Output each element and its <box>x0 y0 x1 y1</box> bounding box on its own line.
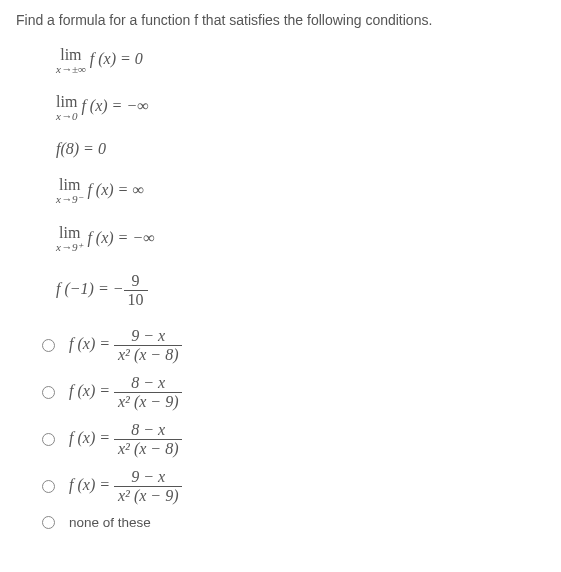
condition-5: lim x→9⁺ f (x) = −∞ <box>56 224 545 254</box>
radio-icon[interactable] <box>42 433 55 446</box>
question-text: Find a formula for a function f that sat… <box>16 12 545 28</box>
radio-icon[interactable] <box>42 480 55 493</box>
frac-num: 8 − x <box>114 421 182 440</box>
lim-under: x→0 <box>56 110 77 122</box>
radio-icon[interactable] <box>42 386 55 399</box>
frac-den: x² (x − 8) <box>114 346 182 364</box>
frac-num: 9 − x <box>114 468 182 487</box>
lim-label: lim <box>56 176 83 194</box>
option-2[interactable]: f (x) = 8 − x x² (x − 9) <box>42 374 545 411</box>
conditions-block: lim x→±∞ f (x) = 0 lim x→0 f (x) = −∞ f(… <box>56 46 545 309</box>
option-5[interactable]: none of these <box>42 515 545 530</box>
radio-icon[interactable] <box>42 339 55 352</box>
lim-under: x→9⁺ <box>56 241 83 254</box>
option-left: f (x) = <box>69 429 114 446</box>
condition-4: lim x→9⁻ f (x) = ∞ <box>56 176 545 206</box>
lim-body: f (x) = 0 <box>90 50 143 67</box>
lim-label: lim <box>56 93 77 111</box>
option-left: f (x) = <box>69 335 114 352</box>
condition-1: lim x→±∞ f (x) = 0 <box>56 46 545 75</box>
option-left: f (x) = <box>69 382 114 399</box>
frac-den: x² (x − 9) <box>114 393 182 411</box>
frac-den: 10 <box>124 291 148 309</box>
condition-6: f (−1) = − 9 10 <box>56 272 545 309</box>
radio-icon[interactable] <box>42 516 55 529</box>
lim-under: x→9⁻ <box>56 193 83 206</box>
option-text: none of these <box>69 515 151 530</box>
lim-label: lim <box>56 224 83 242</box>
option-1[interactable]: f (x) = 9 − x x² (x − 8) <box>42 327 545 364</box>
condition-2: lim x→0 f (x) = −∞ <box>56 93 545 122</box>
lim-label: lim <box>56 46 86 64</box>
f-neg1-left: f (−1) = − <box>56 280 124 297</box>
option-3[interactable]: f (x) = 8 − x x² (x − 8) <box>42 421 545 458</box>
frac-den: x² (x − 8) <box>114 440 182 458</box>
lim-body: f (x) = ∞ <box>87 181 143 198</box>
lim-body: f (x) = −∞ <box>81 97 148 114</box>
lim-body: f (x) = −∞ <box>87 229 154 246</box>
frac-num: 9 − x <box>114 327 182 346</box>
frac-den: x² (x − 9) <box>114 487 182 505</box>
option-4[interactable]: f (x) = 9 − x x² (x − 9) <box>42 468 545 505</box>
option-left: f (x) = <box>69 476 114 493</box>
lim-under: x→±∞ <box>56 63 86 75</box>
frac-num: 9 <box>124 272 148 291</box>
options-block: f (x) = 9 − x x² (x − 8) f (x) = 8 − x x… <box>42 327 545 530</box>
frac-num: 8 − x <box>114 374 182 393</box>
condition-3: f(8) = 0 <box>56 140 545 158</box>
